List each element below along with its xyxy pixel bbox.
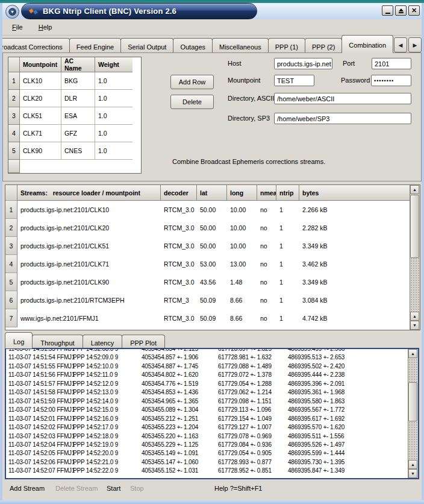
log-tab-latency[interactable]: Latency bbox=[83, 335, 123, 348]
table-cell[interactable]: BKG bbox=[61, 72, 95, 90]
maximize-button[interactable] bbox=[395, 5, 407, 16]
stream-cell[interactable]: 10.00 bbox=[227, 201, 257, 219]
table-cell[interactable]: CNES bbox=[61, 142, 95, 160]
scroll-down-button[interactable]: ▼ bbox=[408, 469, 417, 478]
row-header[interactable]: 7 bbox=[5, 309, 17, 327]
stream-cell[interactable]: 1 bbox=[276, 273, 299, 291]
stream-cell[interactable]: 50.09 bbox=[197, 309, 227, 327]
stream-cell[interactable]: 1 bbox=[276, 255, 299, 273]
stream-cell[interactable]: 50.00 bbox=[197, 237, 227, 255]
scrollbar-thumb[interactable] bbox=[408, 382, 417, 421]
stream-cell[interactable]: no bbox=[257, 219, 276, 237]
menu-file[interactable]: File bbox=[6, 22, 29, 33]
password-input[interactable]: •••••••• bbox=[371, 75, 411, 86]
row-header[interactable]: 2 bbox=[5, 219, 17, 237]
stream-cell[interactable]: 10.00 bbox=[227, 237, 257, 255]
row-header[interactable]: 3 bbox=[8, 107, 20, 125]
streams-table[interactable]: Streams: resource loader / mountpointdec… bbox=[5, 184, 420, 330]
log-tab-log[interactable]: Log bbox=[5, 332, 33, 348]
start-button[interactable]: Start bbox=[107, 485, 120, 492]
scroll-up-button-2[interactable]: ▲ bbox=[410, 312, 419, 321]
table-cell[interactable]: 1.0 bbox=[95, 142, 132, 160]
stream-cell[interactable]: 3.084 kB bbox=[299, 291, 420, 309]
tab-ppp-1[interactable]: PPP (1) bbox=[268, 38, 305, 53]
stream-cell[interactable]: 2.266 kB bbox=[299, 201, 420, 219]
stream-row[interactable]: 2products.igs-ip.net:2101/CLK20RTCM_3.05… bbox=[5, 219, 420, 237]
dir-sp3-input[interactable]: /home/weber/SP3 bbox=[274, 113, 411, 124]
row-header[interactable]: 3 bbox=[5, 237, 17, 255]
stream-cell[interactable]: 50.00 bbox=[197, 201, 227, 219]
port-input[interactable]: 2101 bbox=[372, 58, 411, 69]
stream-cell[interactable]: 1 bbox=[276, 309, 299, 327]
streams-header-long[interactable]: long bbox=[227, 185, 257, 201]
table-cell[interactable]: CLK20 bbox=[20, 90, 61, 107]
log-area[interactable]: 11-03-07 14:51:53 FFMJ1PPP 14:52:08.0 94… bbox=[5, 348, 419, 479]
table-cell[interactable]: CLK51 bbox=[20, 107, 61, 125]
delete-button[interactable]: Delete bbox=[170, 95, 214, 109]
title-bar[interactable]: ▼ BKG Ntrip Client (BNC) Version 2.6 ✕ bbox=[2, 3, 422, 19]
stream-cell[interactable]: no bbox=[257, 291, 276, 309]
streams-header-decoder[interactable]: decoder bbox=[161, 185, 197, 201]
row-header[interactable]: 1 bbox=[5, 201, 17, 219]
stream-cell[interactable]: products.igs-ip.net:2101/CLK71 bbox=[17, 255, 161, 273]
stream-cell[interactable]: www.igs-ip.net:2101/FFMJ1 bbox=[17, 309, 161, 327]
table-row[interactable]: 5CLK90CNES1.0 bbox=[8, 142, 141, 160]
stream-cell[interactable]: 1 bbox=[276, 237, 299, 255]
mountpoint-input[interactable]: TEST bbox=[274, 75, 314, 86]
table-cell[interactable]: ESA bbox=[61, 107, 95, 125]
row-header[interactable]: 2 bbox=[8, 90, 20, 107]
stream-row[interactable]: 7www.igs-ip.net:2101/FFMJ1RTCM_3.050.098… bbox=[5, 309, 420, 327]
table-row[interactable]: 3CLK51ESA1.0 bbox=[8, 107, 141, 125]
dir-ascii-input[interactable]: /home/weber/ASCII bbox=[274, 93, 411, 104]
stream-cell[interactable]: 8.66 bbox=[227, 309, 257, 327]
add-row-button[interactable]: Add Row bbox=[170, 75, 214, 89]
stream-cell[interactable]: 1 bbox=[276, 219, 299, 237]
log-scrollbar[interactable]: ▲ ▲ ▼ bbox=[408, 349, 418, 478]
stream-cell[interactable]: RTCM_3.0 bbox=[161, 309, 197, 327]
minimize-button[interactable] bbox=[382, 5, 393, 16]
stream-cell[interactable]: 43.56 bbox=[197, 273, 227, 291]
column-header-mountpoint[interactable]: Mountpoint bbox=[20, 57, 61, 72]
table-cell[interactable]: 1.0 bbox=[95, 90, 132, 107]
stream-cell[interactable]: 1 bbox=[276, 291, 299, 309]
table-cell[interactable]: 1.0 bbox=[95, 72, 132, 90]
stream-cell[interactable]: 13.00 bbox=[227, 255, 257, 273]
stream-cell[interactable]: 4.742 kB bbox=[299, 309, 420, 327]
streams-header-lat[interactable]: lat bbox=[197, 185, 227, 201]
stream-cell[interactable]: 3.462 kB bbox=[299, 255, 420, 273]
stream-cell[interactable]: products.igs-ip.net:2101/CLK10 bbox=[17, 201, 161, 219]
stream-cell[interactable]: no bbox=[257, 255, 276, 273]
tab-ppp-2[interactable]: PPP (2) bbox=[305, 38, 342, 53]
column-header-weight[interactable]: Weight bbox=[95, 57, 132, 72]
stream-cell[interactable]: 8.66 bbox=[227, 291, 257, 309]
stream-cell[interactable]: 1.48 bbox=[227, 273, 257, 291]
stream-row[interactable]: 3products.igs-ip.net:2101/CLK51RTCM_3.05… bbox=[5, 237, 420, 255]
stream-row[interactable]: 6products.igs-ip.net:2101/RTCM3EPHRTCM_3… bbox=[5, 291, 420, 309]
stream-cell[interactable]: RTCM_3.0 bbox=[161, 255, 197, 273]
table-cell[interactable]: CLK90 bbox=[20, 142, 61, 160]
table-cell[interactable]: CLK10 bbox=[20, 72, 61, 90]
tab-miscellaneous[interactable]: Miscellaneous bbox=[212, 38, 269, 53]
stream-row[interactable]: 4products.igs-ip.net:2101/CLK71RTCM_3.05… bbox=[5, 255, 420, 273]
stream-cell[interactable]: 3.349 kB bbox=[299, 237, 420, 255]
stream-cell[interactable]: no bbox=[257, 309, 276, 327]
stream-cell[interactable]: 3.349 kB bbox=[299, 273, 420, 291]
stream-cell[interactable]: products.igs-ip.net:2101/CLK20 bbox=[17, 219, 161, 237]
stream-cell[interactable]: products.igs-ip.net:2101/CLK90 bbox=[17, 273, 161, 291]
row-header[interactable]: 5 bbox=[5, 273, 17, 291]
table-cell[interactable]: DLR bbox=[61, 90, 95, 107]
streams-header-nmea[interactable]: nmea bbox=[257, 185, 276, 201]
log-tab-throughput[interactable]: Throughput bbox=[32, 335, 83, 348]
stream-row[interactable]: 5products.igs-ip.net:2101/CLK90RTCM_3.04… bbox=[5, 273, 420, 291]
scrollbar-thumb[interactable] bbox=[410, 195, 419, 258]
stream-cell[interactable]: no bbox=[257, 201, 276, 219]
stream-row[interactable]: 1products.igs-ip.net:2101/CLK10RTCM_3.05… bbox=[5, 201, 420, 219]
row-header[interactable]: 4 bbox=[8, 125, 20, 142]
tab-feed-engine[interactable]: Feed Engine bbox=[69, 38, 121, 53]
stream-cell[interactable]: RTCM_3.0 bbox=[161, 201, 197, 219]
streams-scrollbar[interactable]: ▲ ▲ ▼ bbox=[410, 185, 420, 330]
table-cell[interactable]: GFZ bbox=[61, 125, 95, 142]
streams-header-bytes[interactable]: bytes bbox=[299, 185, 420, 201]
tab-combination[interactable]: Combination bbox=[341, 35, 393, 53]
stream-cell[interactable]: RTCM_3.0 bbox=[161, 219, 197, 237]
